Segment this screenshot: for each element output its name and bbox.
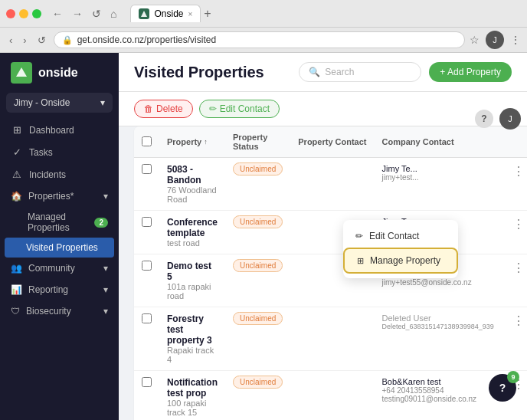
company-contact-email: Deleted_638315147138939984_939 bbox=[382, 323, 494, 330]
company-contact-phone: +64 20413558954 bbox=[382, 386, 494, 395]
lock-icon: 🔒 bbox=[62, 35, 73, 45]
row-menu-button[interactable]: ⋮ bbox=[509, 313, 527, 328]
sidebar-item-managed-properties[interactable]: Managed Properties 2 bbox=[0, 207, 119, 238]
logo-icon bbox=[11, 62, 32, 84]
active-tab[interactable]: Onside × bbox=[130, 5, 201, 22]
row-checkbox[interactable] bbox=[142, 261, 152, 271]
sidebar-logo: onside bbox=[0, 53, 119, 93]
sidebar-item-properties[interactable]: 🏠 Properties* ▾ bbox=[0, 185, 119, 207]
forward-button[interactable]: → bbox=[69, 6, 86, 21]
select-all-checkbox[interactable] bbox=[142, 136, 152, 146]
row-checkbox[interactable] bbox=[142, 164, 152, 174]
table-row: Forestry test property 3 Rapaki track 4 … bbox=[134, 307, 527, 371]
managed-properties-label: Managed Properties bbox=[28, 212, 94, 233]
sidebar-nav: ⊞ Dashboard ✓ Tasks ⚠ Incidents 🏠 Proper… bbox=[0, 119, 119, 420]
home-button[interactable]: ⌂ bbox=[107, 6, 119, 21]
bookmark-button[interactable]: ☆ bbox=[470, 31, 480, 49]
close-dot[interactable] bbox=[6, 9, 15, 18]
dashboard-icon: ⊞ bbox=[11, 124, 23, 136]
biosecurity-chevron: ▾ bbox=[103, 306, 108, 317]
addr-back[interactable]: ‹ bbox=[6, 33, 15, 48]
maximize-dot[interactable] bbox=[32, 9, 41, 18]
search-box[interactable]: 🔍 Search bbox=[299, 62, 421, 82]
help-badge: 9 bbox=[507, 371, 519, 383]
row-checkbox[interactable] bbox=[142, 217, 152, 227]
incidents-icon: ⚠ bbox=[11, 169, 23, 180]
help-circle-icon[interactable]: ? bbox=[475, 110, 493, 128]
main-content: Visited Properties 🔍 Search + Add Proper… bbox=[119, 53, 527, 420]
addr-refresh[interactable]: ↺ bbox=[34, 33, 49, 48]
company-contact-email: jimy+test55@onside.co.nz bbox=[382, 278, 494, 287]
user-avatar[interactable]: J bbox=[499, 108, 521, 130]
sidebar-item-label: Incidents bbox=[29, 169, 66, 180]
property-name: Notification test prop bbox=[167, 377, 218, 399]
profile-button[interactable]: J bbox=[486, 31, 504, 49]
search-icon: 🔍 bbox=[309, 67, 320, 77]
address-bar[interactable]: 🔒 get.onside.co.nz/properties/visited bbox=[54, 31, 465, 48]
edit-contact-label: Edit Contact bbox=[369, 231, 419, 241]
minimize-dot[interactable] bbox=[19, 9, 28, 18]
browser-nav: ← → ↺ ⌂ bbox=[49, 6, 119, 21]
table-container: Property↑ PropertyStatus Property Contac… bbox=[119, 126, 527, 420]
table-row: 5083 - Bandon 76 Woodland Road Unclaimed… bbox=[134, 158, 527, 211]
property-name: Conference template bbox=[167, 217, 218, 238]
svg-marker-0 bbox=[141, 11, 147, 17]
page-title: Visited Properties bbox=[134, 64, 264, 81]
delete-label: Delete bbox=[156, 103, 183, 114]
delete-icon: 🗑 bbox=[144, 103, 153, 114]
help-button[interactable]: ? 9 bbox=[489, 374, 516, 402]
menu-button[interactable]: ⋮ bbox=[510, 31, 521, 49]
row-checkbox[interactable] bbox=[142, 377, 152, 387]
manage-property-icon: ⊞ bbox=[357, 256, 364, 266]
sidebar-item-label: Dashboard bbox=[29, 125, 74, 136]
property-col-header: Property bbox=[167, 137, 201, 146]
property-address: 100 rapaki track 15 bbox=[167, 399, 218, 417]
reporting-chevron: ▾ bbox=[103, 284, 108, 295]
add-property-button[interactable]: + Add Property bbox=[429, 62, 512, 82]
window-controls bbox=[6, 9, 41, 18]
edit-label: Edit Contact bbox=[220, 103, 270, 114]
sidebar-item-label: Tasks bbox=[29, 147, 53, 158]
sidebar-item-reporting[interactable]: 📊 Reporting ▾ bbox=[0, 279, 119, 300]
edit-contact-button[interactable]: ✏ Edit Contact bbox=[199, 100, 280, 118]
status-col-header: PropertyStatus bbox=[233, 133, 267, 151]
edit-contact-icon: ✏ bbox=[355, 231, 363, 241]
sidebar-item-dashboard[interactable]: ⊞ Dashboard bbox=[0, 119, 119, 141]
status-badge: Unclaimed bbox=[233, 259, 283, 272]
sidebar-item-visited-properties[interactable]: Visited Properties bbox=[5, 238, 114, 258]
refresh-button[interactable]: ↺ bbox=[89, 6, 104, 21]
property-name: 5083 - Bandon bbox=[167, 164, 218, 185]
sidebar-item-incidents[interactable]: ⚠ Incidents bbox=[0, 163, 119, 185]
reporting-icon: 📊 bbox=[11, 284, 22, 295]
tab-close-button[interactable]: × bbox=[188, 10, 193, 18]
table-row: Conference template test road Unclaimed … bbox=[134, 211, 527, 254]
main-header: Visited Properties 🔍 Search + Add Proper… bbox=[119, 53, 527, 92]
community-chevron: ▾ bbox=[103, 263, 108, 274]
properties-chevron: ▾ bbox=[103, 191, 108, 202]
row-checkbox[interactable] bbox=[142, 313, 152, 323]
property-address: 76 Woodland Road bbox=[167, 185, 218, 204]
context-menu-edit-contact[interactable]: ✏ Edit Contact bbox=[343, 225, 458, 248]
sidebar-item-community[interactable]: 👥 Community ▾ bbox=[0, 258, 119, 279]
org-chevron: ▾ bbox=[100, 97, 105, 108]
sidebar-item-tasks[interactable]: ✓ Tasks bbox=[0, 141, 119, 163]
properties-label: Properties* bbox=[28, 191, 74, 202]
context-menu-manage-property[interactable]: ⊞ Manage Property bbox=[343, 248, 458, 274]
new-tab-button[interactable]: + bbox=[204, 7, 211, 21]
back-button[interactable]: ← bbox=[49, 6, 66, 21]
delete-button[interactable]: 🗑 Delete bbox=[134, 100, 193, 118]
managed-properties-badge: 2 bbox=[94, 218, 108, 228]
org-label: Jimy - Onside bbox=[14, 97, 70, 108]
biosecurity-label: Biosecurity bbox=[26, 306, 71, 317]
row-menu-button[interactable]: ⋮ bbox=[509, 217, 527, 231]
company-contact-name: Jimy Te... bbox=[382, 164, 494, 173]
company-col-header: Company Contact bbox=[382, 137, 454, 146]
sort-icon: ↑ bbox=[204, 138, 208, 146]
row-menu-button[interactable]: ⋮ bbox=[509, 261, 527, 275]
sidebar-item-biosecurity[interactable]: 🛡 Biosecurity ▾ bbox=[0, 300, 119, 322]
org-selector[interactable]: Jimy - Onside ▾ bbox=[6, 93, 113, 113]
table-row: Notification test prop 100 rapaki track … bbox=[134, 371, 527, 421]
table-row: Demo test 5 101a rapaki road Unclaimed J… bbox=[134, 254, 527, 307]
addr-forward[interactable]: › bbox=[20, 33, 29, 48]
row-menu-button[interactable]: ⋮ bbox=[509, 164, 527, 179]
